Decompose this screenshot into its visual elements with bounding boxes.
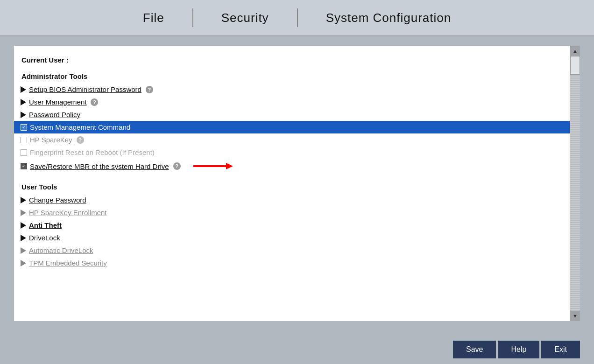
current-user-label: Current User :: [14, 52, 570, 70]
red-arrow-indicator: [191, 161, 233, 171]
help-icon-save-restore-mbr[interactable]: ?: [173, 162, 181, 170]
play-icon-drivelock: [21, 235, 26, 241]
admin-tools-heading: Administrator Tools: [14, 70, 570, 83]
play-icon-setup-bios: [21, 86, 26, 93]
list-item-tpm-security[interactable]: TPM Embedded Security: [14, 257, 570, 269]
nav-file[interactable]: File: [115, 11, 192, 25]
play-icon-anti-theft: [21, 222, 26, 229]
red-arrow-svg: [191, 161, 233, 171]
scroll-down-arrow[interactable]: ▼: [570, 311, 580, 321]
list-item-change-password[interactable]: Change Password: [14, 194, 570, 206]
change-password-label: Change Password: [29, 196, 86, 204]
scrollbar-track-area[interactable]: [570, 56, 580, 311]
list-item-setup-bios[interactable]: Setup BIOS Administrator Password ?: [14, 83, 570, 96]
exit-button[interactable]: Exit: [541, 341, 580, 358]
drivelock-label: DriveLock: [29, 234, 60, 242]
scrollbar[interactable]: ▲ ▼: [570, 46, 580, 321]
fingerprint-reset-label: Fingerprint Reset on Reboot (If Present): [30, 148, 155, 156]
tpm-security-label: TPM Embedded Security: [29, 259, 107, 267]
settings-panel: Current User : Administrator Tools Setup…: [14, 46, 570, 321]
bottom-bar: Save Help Exit: [0, 335, 594, 364]
anti-theft-label: Anti Theft: [29, 221, 62, 229]
main-area: Current User : Administrator Tools Setup…: [0, 36, 594, 335]
password-policy-label: Password Policy: [29, 111, 80, 119]
scrollbar-thumb[interactable]: [570, 56, 580, 75]
list-item-drivelock[interactable]: DriveLock: [14, 231, 570, 244]
nav-system-config[interactable]: System Configuration: [298, 11, 480, 25]
help-icon-setup-bios[interactable]: ?: [146, 86, 153, 93]
list-item-auto-drivelock[interactable]: Automatic DriveLock: [14, 244, 570, 257]
user-tools-heading: User Tools: [14, 180, 570, 194]
nav-security[interactable]: Security: [193, 11, 297, 25]
checkbox-fingerprint-reset: [21, 149, 27, 156]
top-navigation: File Security System Configuration: [0, 0, 594, 36]
list-item-save-restore-mbr[interactable]: ✓ Save/Restore MBR of the system Hard Dr…: [14, 159, 570, 174]
setup-bios-label: Setup BIOS Administrator Password: [29, 85, 141, 93]
play-icon-change-password: [21, 197, 26, 203]
save-button[interactable]: Save: [453, 341, 496, 358]
play-icon-password-policy: [21, 112, 26, 118]
hp-sparekey-enroll-label: HP SpareKey Enrollment: [29, 209, 106, 217]
play-icon-tpm-security: [21, 260, 26, 266]
save-restore-mbr-label: Save/Restore MBR of the system Hard Driv…: [30, 162, 169, 170]
play-icon-user-mgmt: [21, 99, 26, 105]
list-item-anti-theft[interactable]: Anti Theft: [14, 219, 570, 231]
scroll-up-arrow[interactable]: ▲: [570, 46, 580, 56]
list-item-hp-sparekey[interactable]: HP SpareKey ?: [14, 133, 570, 146]
play-icon-hp-sparekey-enroll: [21, 210, 26, 216]
panel-content: Current User : Administrator Tools Setup…: [14, 46, 570, 321]
svg-marker-1: [226, 163, 233, 169]
checkbox-save-restore-mbr: ✓: [21, 163, 27, 169]
list-item-hp-sparekey-enroll[interactable]: HP SpareKey Enrollment: [14, 206, 570, 219]
spacer: [14, 174, 570, 180]
list-item-user-mgmt[interactable]: User Management ?: [14, 96, 570, 108]
checkbox-sys-mgmt-cmd: ✓: [21, 124, 27, 131]
user-mgmt-label: User Management: [29, 98, 86, 106]
sys-mgmt-cmd-label: System Management Command: [30, 123, 130, 131]
help-icon-user-mgmt[interactable]: ?: [91, 98, 98, 106]
hp-sparekey-label: HP SpareKey: [30, 136, 72, 144]
list-item-fingerprint-reset: Fingerprint Reset on Reboot (If Present): [14, 146, 570, 159]
checkbox-hp-sparekey: [21, 137, 27, 143]
help-button[interactable]: Help: [498, 341, 539, 358]
help-icon-hp-sparekey[interactable]: ?: [77, 136, 84, 144]
list-item-sys-mgmt-cmd[interactable]: ✓ System Management Command: [14, 121, 570, 133]
list-item-password-policy[interactable]: Password Policy: [14, 108, 570, 121]
play-icon-auto-drivelock: [21, 247, 26, 254]
auto-drivelock-label: Automatic DriveLock: [29, 246, 93, 254]
